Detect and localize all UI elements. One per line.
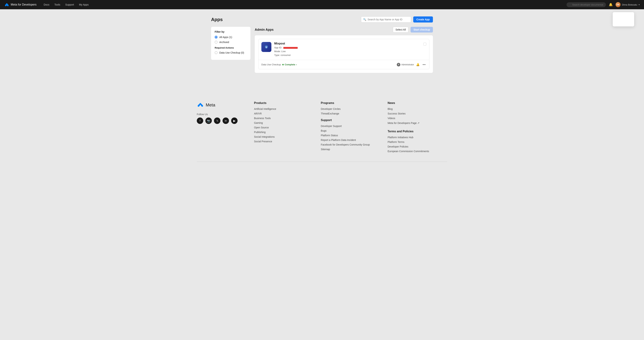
linkedin-icon[interactable]: in	[222, 118, 229, 124]
filter-title: Filter by	[215, 30, 247, 33]
navbar-search-input[interactable]	[566, 2, 606, 7]
nav-support[interactable]: Support	[65, 3, 74, 6]
create-app-button[interactable]: Create App	[413, 16, 433, 22]
youtube-icon[interactable]: ▶	[231, 118, 238, 124]
type-label: Type:	[274, 54, 280, 56]
data-use-label: Data Use Checkup	[261, 63, 281, 66]
complete-label: Complete	[284, 63, 295, 66]
nav-my-apps[interactable]: My Apps	[79, 3, 89, 6]
app-meta: App ID: Mode: Live Type: consumer	[274, 46, 420, 57]
footer-news-col: News Blog Success Stories Videos Meta fo…	[388, 101, 447, 155]
footer-link-threatexchange[interactable]: ThreatExchange	[321, 112, 380, 115]
page-title: Apps	[211, 17, 223, 22]
instagram-icon[interactable]: 📷	[205, 118, 212, 124]
footer-link-social-integrations[interactable]: Social Integrations	[254, 135, 314, 138]
navbar-search-area: 🔍 🔔 DB Dima Botezatu ▾	[566, 2, 640, 7]
user-name: Dima Botezatu	[622, 3, 637, 6]
footer-link-ai[interactable]: Artificial Intelligence	[254, 108, 314, 110]
footer-link-platform-status[interactable]: Platform Status	[321, 134, 380, 137]
footer-news-title: News	[388, 101, 447, 105]
radio-archived	[215, 41, 218, 44]
user-menu[interactable]: DB Dima Botezatu ▾	[616, 2, 640, 7]
apps-panel-header: Admin Apps Select All Start checkup	[255, 27, 433, 32]
nav-tools[interactable]: Tools	[54, 3, 60, 6]
footer-brand: Meta Follow Us f 📷 𝕏 in ▶	[197, 101, 247, 155]
admin-icon: ⚙	[397, 63, 400, 66]
footer-link-videos[interactable]: Videos	[388, 117, 447, 120]
complete-badge[interactable]: Complete ›	[282, 63, 297, 66]
start-checkup-button[interactable]: Start checkup	[410, 27, 433, 32]
app-card-bottom: Data Use Checkup Complete › ⚙ Administra…	[258, 60, 429, 69]
social-icons: f 📷 𝕏 in ▶	[197, 118, 247, 124]
footer-meta-icon	[197, 101, 204, 109]
footer-link-community-group[interactable]: Facebook for Developers Community Group	[321, 143, 380, 146]
footer-divider	[197, 162, 447, 162]
app-id-label: App ID:	[274, 46, 282, 49]
brand-logo[interactable]: Meta for Developers	[4, 2, 36, 7]
footer-link-success[interactable]: Success Stories	[388, 112, 447, 115]
more-options-button[interactable]: •••	[422, 62, 426, 67]
data-use-checkup: Data Use Checkup Complete ›	[261, 63, 297, 66]
footer-link-business[interactable]: Business Tools	[254, 117, 314, 120]
filter-all-apps[interactable]: All Apps (1)	[215, 36, 247, 39]
mixpost-icon: M	[264, 44, 269, 49]
radio-data-use	[215, 51, 218, 54]
chevron-right-icon: ›	[296, 63, 297, 66]
footer-link-dev-circles[interactable]: Developer Circles	[321, 108, 380, 110]
apps-layout: Filter by All Apps (1) Archived Required…	[211, 27, 433, 73]
admin-badge: ⚙ Administrator	[397, 63, 414, 66]
app-card-mixpost: M Mixpost App ID: Mode: Live	[258, 39, 429, 69]
nav-links: Docs Tools Support My Apps	[44, 3, 88, 6]
nav-docs[interactable]: Docs	[44, 3, 49, 6]
footer-link-sitemap[interactable]: Sitemap	[321, 148, 380, 151]
footer-link-blog[interactable]: Blog	[388, 108, 447, 110]
complete-dot-icon	[282, 64, 284, 65]
type-value: consumer	[280, 54, 291, 56]
app-info: Mixpost App ID: Mode: Live Type: consume…	[274, 42, 420, 57]
select-all-button[interactable]: Select All	[393, 27, 408, 32]
notifications-bell-icon[interactable]: 🔔	[609, 3, 613, 6]
twitter-icon[interactable]: 𝕏	[214, 118, 220, 124]
footer-link-social-presence[interactable]: Social Presence	[254, 140, 314, 143]
footer-link-dev-support[interactable]: Developer Support	[321, 125, 380, 128]
footer-products-col: Products Artificial Intelligence AR/VR B…	[254, 101, 314, 155]
footer-link-arvr[interactable]: AR/VR	[254, 112, 314, 115]
footer-link-eu-commitments[interactable]: European Commission Commitments	[388, 150, 447, 153]
filter-panel: Filter by All Apps (1) Archived Required…	[211, 27, 250, 60]
filter-data-use-label: Data Use Checkup (0)	[219, 51, 244, 54]
admin-apps-title: Admin Apps	[255, 28, 274, 32]
facebook-icon[interactable]: f	[197, 118, 203, 124]
footer-link-dev-policies[interactable]: Developer Policies	[388, 145, 447, 148]
app-card-top: M Mixpost App ID: Mode: Live	[258, 39, 429, 60]
follow-us-label: Follow Us	[197, 113, 247, 116]
footer-content: Meta Follow Us f 📷 𝕏 in ▶ Products Artif…	[197, 101, 447, 155]
footer-link-platform-initiatives[interactable]: Platform Initiatives Hub	[388, 136, 447, 139]
filter-data-use-checkup[interactable]: Data Use Checkup (0)	[215, 51, 247, 54]
footer-programs-title: Programs	[321, 101, 380, 105]
footer-link-bugs[interactable]: Bugs	[321, 129, 380, 132]
mode-label: Mode:	[274, 50, 281, 53]
app-search-input[interactable]	[361, 16, 411, 22]
avatar: DB	[616, 2, 620, 7]
footer-link-meta-dev-page[interactable]: Meta for Developers Page ↗	[388, 122, 420, 125]
footer-terms-title: Terms and Policies	[388, 130, 447, 133]
main-content: Apps 🔍 Create App Filter by All Apps (1)…	[197, 9, 447, 80]
follow-us-section: Follow Us f 📷 𝕏 in ▶	[197, 113, 247, 124]
notifications-app-button[interactable]: 🔔	[416, 62, 420, 67]
filter-archived[interactable]: Archived	[215, 41, 247, 44]
page-header-right: 🔍 Create App	[361, 16, 433, 22]
chevron-down-icon: ▾	[639, 3, 640, 6]
required-actions-title: Required Actions	[215, 46, 247, 49]
footer-link-opensource[interactable]: Open Source	[254, 126, 314, 129]
app-select-checkbox[interactable]	[424, 43, 426, 45]
app-id-value	[283, 47, 298, 49]
footer-link-platform-terms[interactable]: Platform Terms	[388, 141, 447, 143]
search-container: 🔍	[566, 2, 606, 7]
filter-all-apps-label: All Apps (1)	[219, 36, 232, 39]
footer-logo-text: Meta	[206, 103, 215, 108]
footer-link-publishing[interactable]: Publishing	[254, 131, 314, 134]
footer-link-report-incident[interactable]: Report a Platform Data Incident	[321, 139, 380, 142]
dropdown-card	[613, 12, 634, 26]
footer-link-gaming[interactable]: Gaming	[254, 121, 314, 124]
navbar: Meta for Developers Docs Tools Support M…	[0, 0, 644, 9]
